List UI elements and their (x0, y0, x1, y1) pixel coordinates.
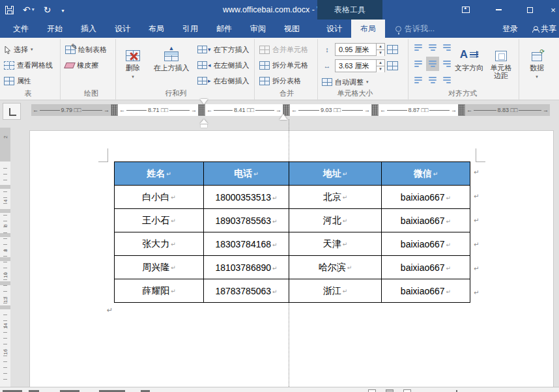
main-tab-8[interactable]: 视图 (275, 20, 309, 38)
autofit-button[interactable]: 自动调整▾ (322, 76, 369, 89)
table-column-marker-3[interactable] (371, 104, 379, 116)
tell-me-box[interactable]: 告诉我... (395, 20, 435, 38)
main-tab-4[interactable]: 布局 (139, 20, 173, 38)
split-table-button[interactable]: 拆分表格 (259, 74, 301, 87)
delete-button[interactable]: 删除▾ (120, 40, 146, 86)
align-bottom-left-button[interactable] (412, 72, 425, 86)
table-column-marker-0[interactable] (111, 104, 118, 116)
table-cell[interactable]: 18903785563↵ (204, 209, 289, 232)
first-line-indent-marker[interactable] (200, 99, 208, 108)
main-tab-7[interactable]: 审阅 (241, 20, 275, 38)
align-top-center-button[interactable] (426, 42, 439, 56)
text-direction-button[interactable]: A 文字方向 (454, 40, 484, 86)
insert-below-icon (197, 46, 207, 53)
horizontal-ruler[interactable]: ←9.79 □□→←8.71 □□→←8.41 □□→←9.03 □□→←8.8… (29, 104, 552, 116)
column-width-stepper[interactable]: ▲▼ (377, 59, 385, 72)
distribute-columns-button[interactable] (387, 59, 398, 72)
main-tab-1[interactable]: 开始 (38, 20, 72, 38)
draw-table-button[interactable]: ✎ 绘制表格 (65, 43, 107, 56)
view-print-layout-button[interactable] (386, 389, 394, 392)
align-top-left-button[interactable] (412, 42, 425, 56)
main-tab-5[interactable]: 引用 (173, 20, 207, 38)
table-cell[interactable]: 哈尔滨↵ (289, 256, 382, 279)
align-center-left-button[interactable] (412, 57, 425, 71)
end-of-cell-mark: ↵ (446, 218, 452, 225)
table-cell[interactable]: baixiao667↵ (382, 232, 470, 256)
sign-in-button[interactable]: 登录 (494, 23, 526, 35)
align-center-right-button[interactable] (440, 57, 453, 71)
margin-crop-mark-right (476, 148, 485, 162)
table-cell[interactable]: 18783785063↵ (204, 279, 289, 303)
minimize-button[interactable] (489, 0, 508, 20)
table-cell[interactable]: 白小白↵ (115, 186, 204, 209)
table-cell[interactable]: 18103786890↵ (204, 256, 289, 279)
step-down-icon[interactable]: ▼ (377, 50, 384, 56)
insert-above-button[interactable]: ▲ 在上方插入 (149, 40, 194, 86)
table-cell[interactable]: 北京↵ (289, 186, 382, 209)
step-down-icon[interactable]: ▼ (377, 66, 384, 72)
data-button[interactable]: 数据▾ (523, 40, 551, 86)
view-web-layout-button[interactable] (403, 389, 411, 392)
merge-cells-button: 合并单元格 (259, 43, 308, 56)
properties-button[interactable]: 属性 (4, 74, 31, 87)
cell-margins-button[interactable]: 单元格边距 (486, 40, 516, 86)
align-center-center-button[interactable] (426, 57, 439, 71)
vertical-ruler[interactable]: 246810121416 (0, 128, 10, 387)
ruler-segment-value: 8.71 □□ (148, 107, 168, 113)
end-of-cell-mark: ↵ (343, 217, 348, 224)
align-top-right-button[interactable] (440, 42, 453, 56)
close-button[interactable]: × (547, 0, 559, 20)
distribute-rows-button[interactable] (387, 43, 398, 56)
main-tab-0[interactable]: 文件 (4, 20, 38, 38)
row-height-stepper[interactable]: ▲▼ (377, 43, 385, 56)
table-cell[interactable]: 河北↵ (289, 209, 382, 232)
indent-marker[interactable] (280, 110, 287, 120)
table-cell[interactable]: 薛耀阳↵ (115, 279, 204, 303)
table-cell[interactable]: 18000353513↵ (204, 186, 289, 209)
insert-right-button[interactable]: ▸ 在右侧插入 (197, 74, 250, 87)
insert-left-button[interactable]: ◂ 在左侧插入 (197, 59, 250, 72)
split-cells-button[interactable]: 拆分单元格 (259, 59, 308, 72)
left-indent-marker[interactable] (201, 124, 207, 128)
align-bottom-right-button[interactable] (440, 72, 453, 86)
column-width-field[interactable]: 3.63 厘米▲▼ (335, 59, 385, 72)
insert-below-button[interactable]: ▾ 在下方插入 (197, 43, 250, 56)
table-header-cell[interactable]: 姓名↵ (115, 162, 204, 186)
split-table-icon (259, 77, 270, 85)
context-tab-1[interactable]: 布局 (351, 20, 385, 38)
table-cell[interactable]: baixiao667↵ (382, 209, 470, 232)
table-column-marker-4[interactable] (458, 104, 465, 116)
table-cell[interactable]: 张大力↵ (115, 232, 204, 256)
hanging-indent-marker[interactable] (200, 115, 208, 124)
context-tab-0[interactable]: 设计 (317, 20, 351, 38)
view-gridlines-button[interactable]: 查看网格线 (4, 59, 53, 72)
end-of-cell-mark: ↵ (343, 288, 348, 294)
step-up-icon[interactable]: ▲ (377, 44, 384, 50)
table-cell[interactable]: 浙江↵ (289, 279, 382, 303)
main-tab-3[interactable]: 设计 (106, 20, 139, 38)
ribbon-display-options-button[interactable] (456, 0, 476, 20)
table-header-cell[interactable]: 微信↵ (382, 162, 470, 186)
table-cell[interactable]: baixiao667↵ (382, 186, 470, 209)
table-cell[interactable]: 王小石↵ (115, 209, 204, 232)
table-header-cell[interactable]: 地址↵ (289, 162, 382, 186)
view-read-mode-button[interactable] (368, 389, 376, 392)
main-tab-2[interactable]: 插入 (72, 20, 106, 38)
table-cell[interactable]: baixiao667↵ (382, 279, 470, 303)
tab-stop-selector[interactable] (3, 103, 21, 120)
step-up-icon[interactable]: ▲ (377, 60, 384, 66)
select-button[interactable]: 选择▾ (4, 43, 33, 56)
share-button[interactable]: 共享 (526, 20, 559, 38)
maximize-button[interactable] (520, 0, 539, 20)
table-cell[interactable]: baixiao667↵ (382, 256, 470, 279)
main-tab-6[interactable]: 邮件 (207, 20, 241, 38)
table-cell[interactable]: 天津↵ (289, 232, 382, 256)
align-bottom-center-button[interactable] (426, 72, 439, 86)
data-table[interactable]: 姓名↵电话↵地址↵微信↵ 白小白↵18000353513↵北京↵baixiao6… (114, 161, 470, 303)
table-header-cell[interactable]: 电话↵ (204, 162, 289, 186)
table-cell[interactable]: 18303784168↵ (204, 232, 289, 256)
eraser-button[interactable]: 橡皮擦 (65, 59, 98, 72)
row-height-field[interactable]: 0.95 厘米▲▼ (335, 43, 385, 56)
table-cell[interactable]: 周兴隆↵ (115, 256, 204, 279)
ruler-segment-4: ←8.87 □□→ (379, 104, 458, 116)
